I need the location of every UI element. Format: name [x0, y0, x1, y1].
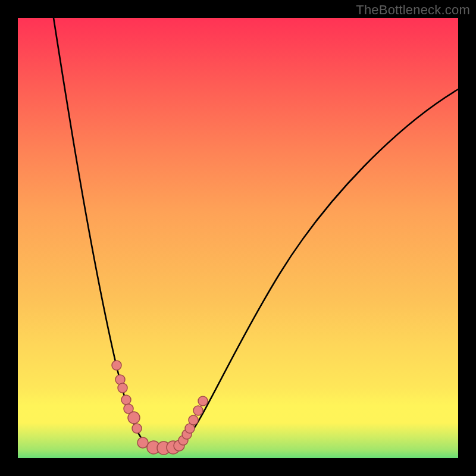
plot-area [18, 18, 458, 458]
marker-dot [118, 383, 127, 393]
marker-dot [137, 437, 148, 448]
curve-svg [18, 18, 458, 458]
outer-frame: TheBottleneck.com [0, 0, 476, 476]
marker-dot [132, 424, 142, 433]
marker-dot [112, 361, 121, 370]
marker-dot [193, 406, 203, 415]
marker-group [112, 361, 208, 455]
marker-dot [189, 415, 198, 425]
marker-dot [198, 396, 208, 406]
bottleneck-curve [54, 18, 458, 450]
marker-dot [128, 412, 140, 424]
watermark-text: TheBottleneck.com [356, 2, 470, 18]
marker-dot [121, 395, 131, 405]
